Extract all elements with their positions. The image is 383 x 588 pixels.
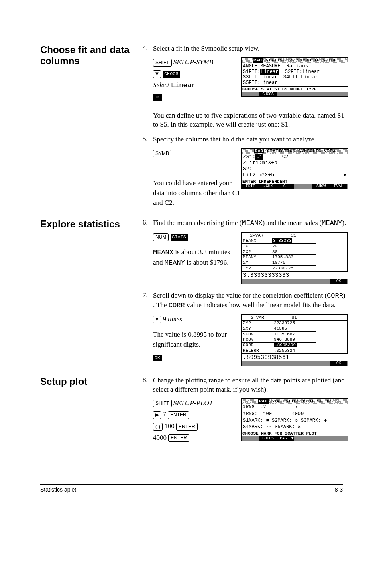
key-symb: SYMB — [153, 150, 171, 157]
step-paragraph: The value is 0.8995 to four significant … — [153, 330, 241, 349]
screen-plot-setup: RAD STATISTICS PLOT SETUP XRNG: -2 7 YRN… — [241, 398, 348, 441]
screen-symbolic-view: RAD STATISTICS SYMBOLIC VIEW ✓S1:C1 C2 ✓… — [241, 148, 348, 189]
select-label: Select — [153, 81, 169, 89]
key-enter: ENTER — [168, 434, 189, 442]
section-heading-fit: Choose fit and data columns — [40, 44, 139, 66]
step-number: 5. — [143, 135, 153, 143]
softkey-ok: OK — [153, 355, 162, 361]
cmd-setup-symb: SETUP-SYMB — [173, 58, 213, 66]
digit-7: 7 — [163, 410, 166, 418]
footer-left: Statistics aplet — [40, 486, 76, 493]
key-enter: ENTER — [176, 423, 198, 431]
softkey-ok: OK — [153, 94, 162, 101]
softkey-stats: STATS — [171, 234, 188, 241]
screen-symbolic-setup: RAD STATISTICS SYMBOLIC SETUP ANGLE MEAS… — [241, 57, 348, 97]
cmd-setup-plot: SETUP-PLOT — [173, 399, 213, 407]
footer-right: 8-3 — [335, 486, 343, 493]
down-arrow-icon: ▼ — [153, 70, 161, 78]
key-enter: ENTER — [168, 411, 189, 419]
step-text: Find the mean advertising time (MEANX) a… — [153, 218, 348, 228]
screen-stats-1: 2-VARS1 MEANX3.33333 ΣX20 ΣX280 MEANY179… — [241, 232, 348, 284]
step-text: Change the plotting range to ensure all … — [153, 376, 348, 394]
step-text: Select a fit in the Symbolic setup view. — [153, 44, 348, 53]
digit-100: 100 — [164, 422, 175, 430]
step-number: 6. — [143, 218, 153, 227]
softkey-choos: CHOOS — [163, 71, 180, 78]
linear-label: Linear — [171, 82, 196, 89]
section-heading-explore: Explore statistics — [40, 218, 139, 230]
step-paragraph: MEANX is about 3.3 minutes and MEANY is … — [153, 247, 241, 268]
key-neg: (-) — [153, 423, 163, 431]
step-number: 7. — [143, 291, 153, 299]
nine-times-label: 9 times — [163, 315, 182, 323]
step-number: 4. — [143, 44, 153, 52]
step-text: Scroll down to display the value for the… — [153, 291, 348, 310]
step-paragraph: You could have entered your data into co… — [153, 178, 241, 208]
key-shift: SHIFT — [153, 59, 172, 67]
step-paragraph: You can define up to five explorations o… — [153, 111, 348, 130]
step-text: Specify the columns that hold the data y… — [153, 135, 348, 144]
key-shift: SHIFT — [153, 400, 172, 407]
down-arrow-icon: ▼ — [153, 316, 161, 323]
key-num: NUM — [153, 233, 169, 241]
screen-stats-2: 2-VARS1 ΣY222338725 ΣXY41595 SCOV1135.66… — [241, 314, 348, 366]
section-heading-setup: Setup plot — [40, 376, 139, 387]
right-arrow-icon: ▶ — [153, 411, 161, 419]
digit-4000: 4000 — [153, 434, 167, 441]
step-number: 8. — [143, 376, 153, 384]
